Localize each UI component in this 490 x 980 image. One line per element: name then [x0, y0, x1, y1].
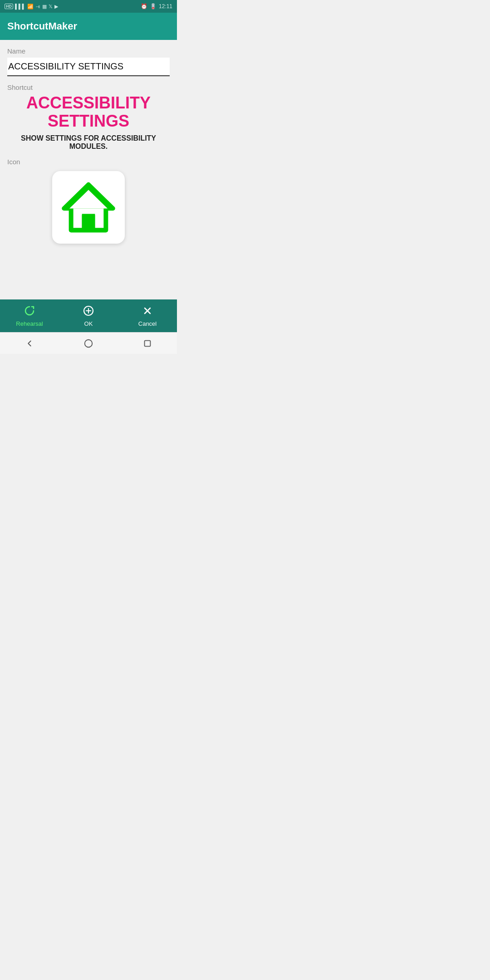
shortcut-description: SHOW SETTINGS FOR ACCESSIBILITY MODULES.	[7, 134, 170, 151]
usb-icon: ⫣	[35, 4, 40, 9]
app-icon: ▶	[54, 4, 58, 10]
recents-icon	[142, 338, 152, 348]
icon-preview-box[interactable]	[52, 171, 125, 244]
ok-icon	[83, 305, 94, 318]
icon-preview-container[interactable]	[7, 171, 170, 244]
ok-label: OK	[84, 320, 93, 327]
bottom-bar: Rehearsal OK Cancel	[0, 299, 177, 332]
recents-button[interactable]	[134, 334, 161, 353]
cancel-label: Cancel	[138, 320, 157, 327]
rehearsal-label: Rehearsal	[16, 320, 43, 327]
svg-point-10	[85, 339, 93, 347]
calendar-icon: ▦	[42, 4, 47, 10]
home-nav-icon	[83, 338, 93, 348]
main-content: Name Shortcut ACCESSIBILITY SETTINGS SHO…	[0, 40, 177, 299]
rehearsal-button[interactable]: Rehearsal	[7, 301, 52, 331]
alarm-icon: ⏰	[141, 3, 147, 10]
name-input[interactable]	[8, 61, 169, 72]
cancel-icon	[142, 305, 153, 318]
app-header: ShortcutMaker	[0, 13, 177, 40]
name-input-container[interactable]	[7, 58, 170, 76]
app-title: ShortcutMaker	[7, 20, 77, 32]
icon-section: Icon	[7, 158, 170, 244]
cancel-button[interactable]: Cancel	[125, 301, 170, 331]
wifi-icon: 📶	[27, 4, 34, 10]
shortcut-title: ACCESSIBILITY SETTINGS	[7, 94, 170, 130]
battery-icon: 🪫	[150, 3, 157, 10]
status-right-icons: ⏰ 🪫 12:11	[141, 3, 172, 10]
nav-bar	[0, 332, 177, 354]
twitter-icon: 𝕏	[49, 4, 53, 10]
time-display: 12:11	[159, 3, 172, 10]
svg-rect-4	[82, 215, 95, 230]
icon-label: Icon	[7, 158, 170, 166]
shortcut-section: ACCESSIBILITY SETTINGS SHOW SETTINGS FOR…	[7, 94, 170, 151]
svg-rect-11	[145, 340, 151, 346]
hd-icon: HD	[5, 4, 13, 9]
home-button[interactable]	[75, 334, 102, 353]
back-button[interactable]	[16, 334, 43, 353]
status-left-icons: HD ▌▌▌ 📶 ⫣ ▦ 𝕏 ▶	[5, 4, 58, 10]
home-icon	[61, 180, 116, 235]
back-icon	[24, 338, 34, 348]
name-label: Name	[7, 47, 170, 55]
status-bar: HD ▌▌▌ 📶 ⫣ ▦ 𝕏 ▶ ⏰ 🪫 12:11	[0, 0, 177, 13]
ok-button[interactable]: OK	[66, 301, 111, 331]
signal-icon: ▌▌▌	[15, 4, 25, 9]
shortcut-label: Shortcut	[7, 83, 170, 91]
rehearsal-icon	[24, 305, 35, 318]
name-section: Name	[7, 47, 170, 76]
